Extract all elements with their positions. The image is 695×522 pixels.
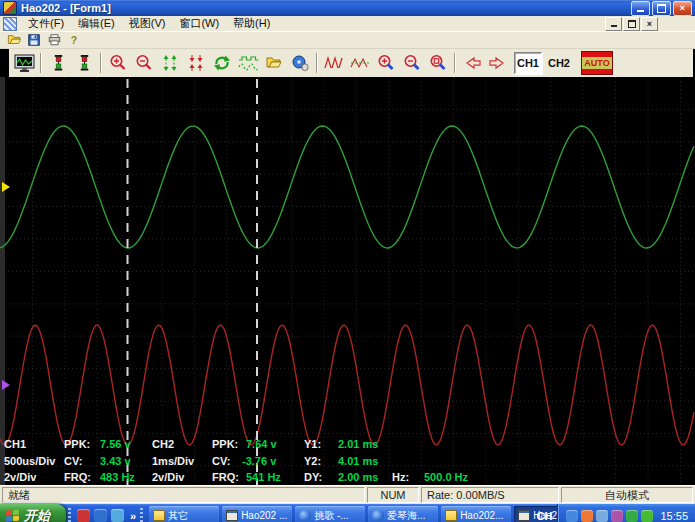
ch2-button[interactable]: CH2: [545, 52, 573, 74]
toolbar-separator: [454, 53, 456, 73]
taskbar-buttons: 其它Hao202 ...挑歌 -...爱琴海...Hao202...Hao202…: [149, 506, 531, 522]
expand-vertical-icon[interactable]: [157, 51, 183, 75]
vertical-shift-ch1-icon[interactable]: [45, 51, 71, 75]
windows-flag-icon: [6, 509, 20, 522]
zoom-out-vertical-icon[interactable]: [131, 51, 157, 75]
child-restore-icon: [628, 20, 636, 28]
menu-item-4[interactable]: 窗口(W): [172, 15, 226, 32]
tray-icons: [566, 510, 653, 522]
save-icon[interactable]: [24, 33, 44, 48]
child-minimize-icon: [611, 25, 617, 27]
start-button[interactable]: 开始: [0, 504, 66, 522]
restore-button[interactable]: [652, 1, 671, 16]
open-capture-icon[interactable]: [261, 51, 287, 75]
menu-bar: 文件(F)编辑(E)视图(V)窗口(W)帮助(H) ×: [0, 16, 695, 31]
compress-vertical-icon[interactable]: [183, 51, 209, 75]
menu-item-5[interactable]: 帮助(H): [226, 15, 277, 32]
form-icon[interactable]: [3, 17, 17, 31]
ch1-button[interactable]: CH1: [514, 52, 542, 74]
menu-item-2[interactable]: 编辑(E): [71, 15, 122, 32]
window-title: Hao202 - [Form1]: [21, 2, 629, 14]
folder-icon: [153, 510, 165, 521]
messenger-tray-icon[interactable]: [566, 510, 578, 522]
scope-toolbar-strip: CH1 CH2 AUTO: [0, 49, 695, 77]
close-button[interactable]: ×: [673, 1, 692, 16]
taskbar-button[interactable]: 其它: [149, 506, 219, 522]
arrow-right-icon[interactable]: [485, 51, 511, 75]
taskbar-button-label: 挑歌 -...: [314, 509, 348, 522]
quick-launch: [73, 509, 128, 522]
refresh-icon[interactable]: [209, 51, 235, 75]
ie-icon: [372, 510, 384, 521]
taskband-grip[interactable]: [140, 508, 143, 522]
menu-bar-items: 文件(F)编辑(E)视图(V)窗口(W)帮助(H): [21, 15, 277, 32]
help-icon[interactable]: ?: [64, 33, 84, 48]
app-icon: [3, 1, 17, 15]
taskbar-button[interactable]: Hao202 ...: [222, 506, 292, 522]
taskbar-button-label: 其它: [168, 509, 188, 522]
status-mode: 自动模式: [561, 487, 693, 503]
menu-item-1[interactable]: 文件(F): [21, 15, 71, 32]
quick-launch-overflow[interactable]: »: [128, 510, 138, 522]
taskbar-button[interactable]: Hao202...: [441, 506, 511, 522]
clock[interactable]: 15:55: [660, 510, 688, 522]
open-file-icon[interactable]: [4, 33, 24, 48]
trace-ch2: [0, 325, 694, 445]
realplayer-quicklaunch-icon[interactable]: [77, 509, 90, 522]
close-icon: ×: [680, 4, 685, 13]
language-indicator[interactable]: CH: [532, 510, 558, 522]
minimize-button[interactable]: [631, 1, 650, 16]
scope-toolbar-icons: [11, 51, 511, 75]
child-close-button[interactable]: ×: [641, 17, 658, 31]
child-restore-button[interactable]: [623, 17, 640, 31]
qq-quicklaunch-icon[interactable]: [111, 509, 124, 522]
arrow-left-icon[interactable]: [459, 51, 485, 75]
restore-icon: [657, 4, 666, 13]
qq-tray-icon[interactable]: [581, 510, 593, 522]
taskbar-button[interactable]: 挑歌 -...: [295, 506, 365, 522]
update-tray-icon[interactable]: [641, 510, 653, 522]
save-capture-icon[interactable]: [287, 51, 313, 75]
vertical-shift-ch2-icon[interactable]: [71, 51, 97, 75]
scope-left-edge: [0, 77, 5, 485]
print-icon[interactable]: [44, 33, 64, 48]
status-ready: 就绪: [2, 487, 365, 503]
zoom-box-icon[interactable]: [425, 51, 451, 75]
ground-marker-ch1[interactable]: [2, 182, 10, 192]
player-tray-icon[interactable]: [611, 510, 623, 522]
child-minimize-button[interactable]: [605, 17, 622, 31]
app-icon: [226, 510, 238, 521]
trace-ch1: [0, 126, 694, 248]
quick-launch-grip[interactable]: [68, 508, 71, 522]
menu-item-3[interactable]: 视图(V): [122, 15, 173, 32]
zoom-in-horizontal-icon[interactable]: [373, 51, 399, 75]
auto-button[interactable]: AUTO: [581, 51, 613, 75]
media-player-quicklaunch-icon[interactable]: [94, 509, 107, 522]
status-bar: 就绪 NUM Rate: 0.00MB/S 自动模式: [0, 485, 695, 504]
toolbar-separator: [40, 53, 42, 73]
toolbar-separator: [316, 53, 318, 73]
ground-marker-ch2[interactable]: [2, 380, 10, 390]
timer-tray-icon[interactable]: [596, 510, 608, 522]
taskbar-button[interactable]: 爱琴海...: [368, 506, 438, 522]
scope-display-icon[interactable]: [11, 51, 37, 75]
minimize-icon: [637, 10, 644, 12]
main-toolbar: ?: [0, 31, 695, 49]
application-window: Hao202 - [Form1] × 文件(F)编辑(E)视图(V)窗口(W)帮…: [0, 0, 695, 522]
svg-text:?: ?: [71, 34, 77, 46]
triangle-waveform-icon[interactable]: [347, 51, 373, 75]
antivirus-shield-tray-icon[interactable]: [626, 510, 638, 522]
taskbar-button-label: Hao202 ...: [241, 510, 287, 521]
peak-waveform-icon[interactable]: [321, 51, 347, 75]
zoom-out-horizontal-icon[interactable]: [399, 51, 425, 75]
ie-icon: [299, 510, 311, 521]
title-bar: Hao202 - [Form1] ×: [0, 0, 695, 16]
waveform-mode-icon[interactable]: [235, 51, 261, 75]
scope-canvas: [0, 77, 695, 485]
app-icon: [518, 510, 530, 521]
scope-display[interactable]: CH1 PPK: 7.56 v CH2 PPK: 7.64 v Y1: 2.01…: [0, 77, 695, 485]
taskbar-button-label: Hao202...: [460, 510, 503, 521]
taskbar: 开始 » 其它Hao202 ...挑歌 -...爱琴海...Hao202...H…: [0, 504, 695, 522]
zoom-in-vertical-icon[interactable]: [105, 51, 131, 75]
status-num-indicator: NUM: [367, 487, 419, 503]
